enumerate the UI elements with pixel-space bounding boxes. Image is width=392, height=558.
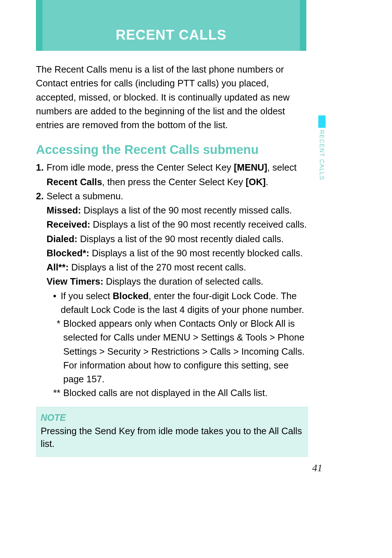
chapter-header: RECENT CALLS [36, 0, 306, 51]
step-number: 2. [36, 189, 44, 400]
step-content: Select a submenu. Missed: Displays a lis… [46, 189, 308, 400]
chapter-title: RECENT CALLS [116, 27, 226, 43]
note-box: NOTE Pressing the Send Key from idle mod… [36, 407, 308, 457]
note-label: NOTE [41, 412, 303, 423]
footnote-text: Blocked appears only when Contacts Only … [63, 317, 308, 386]
footnote-marker: ** [46, 386, 60, 400]
side-tab: RECENT CALLS [318, 115, 326, 179]
bullet-note: • If you select Blocked, enter the four-… [46, 289, 308, 317]
header-left-stripe [36, 0, 42, 51]
note-text: Pressing the Send Key from idle mode tak… [41, 425, 303, 451]
side-tab-text: RECENT CALLS [318, 130, 325, 180]
steps-list: 1. From idle mode, press the Center Sele… [36, 160, 308, 400]
footnote-2: ** Blocked calls are not displayed in th… [46, 386, 308, 400]
intro-paragraph: The Recent Calls menu is a list of the l… [36, 62, 308, 132]
step-content: From idle mode, press the Center Select … [46, 160, 308, 189]
bullet-marker: • [53, 289, 56, 317]
step-2: 2. Select a submenu. Missed: Displays a … [36, 189, 308, 400]
footnote-1: * Blocked appears only when Contacts Onl… [46, 317, 308, 386]
step-1: 1. From idle mode, press the Center Sele… [36, 160, 308, 189]
section-heading: Accessing the Recent Calls submenu [36, 143, 308, 157]
header-right-stripe [300, 0, 306, 51]
footnote-text: Blocked calls are not displayed in the A… [63, 386, 268, 400]
side-tab-indicator [318, 115, 326, 128]
footnote-marker: * [46, 317, 60, 386]
step-number: 1. [36, 160, 44, 189]
page-body: The Recent Calls menu is a list of the l… [36, 62, 308, 457]
page-number: 41 [312, 462, 322, 474]
